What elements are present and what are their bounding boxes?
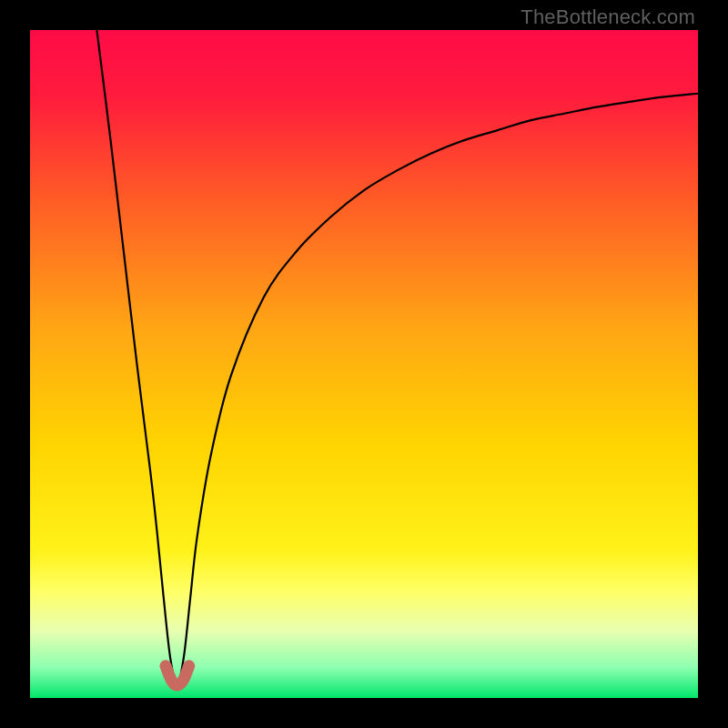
chart-frame: TheBottleneck.com: [0, 0, 728, 728]
plot-area: [30, 30, 698, 698]
optimum-marker: [166, 666, 189, 685]
watermark-text: TheBottleneck.com: [521, 5, 695, 29]
bottleneck-curve: [96, 30, 698, 684]
curve-layer: [30, 30, 698, 698]
